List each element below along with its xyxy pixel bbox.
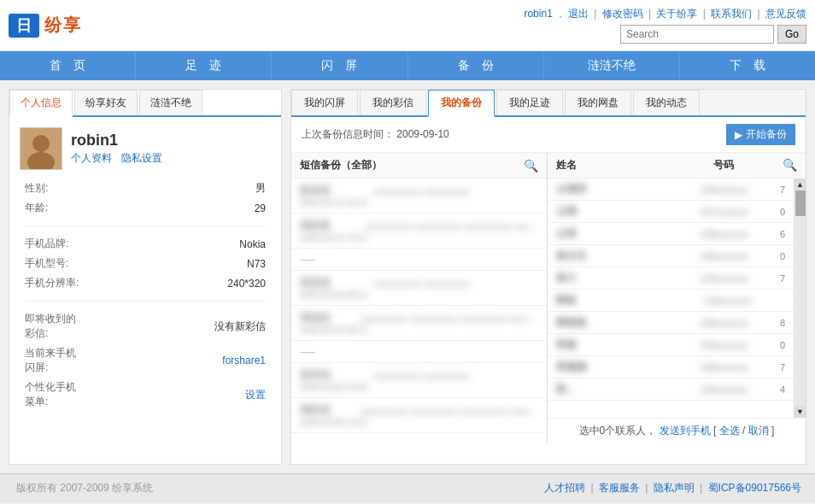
footer-link-privacy[interactable]: 隐私声明 <box>654 482 695 494</box>
contact-num: 159xxxxxxx <box>668 340 780 350</box>
nav-item-backup[interactable]: 备 份 <box>408 51 544 80</box>
list-item[interactable]: 邵某某 xxxxxxxxxx xxxxxxxxxx 2009-09-09 09:… <box>291 271 547 306</box>
left-tab-profile[interactable]: 个人信息 <box>9 90 73 117</box>
sms-title: 短信备份（全部） <box>300 158 382 173</box>
sms-sender: 我回复 <box>300 219 361 233</box>
contact-num: 138xxxxxxx <box>668 229 780 239</box>
list-item[interactable]: 云继帅 136xxxxxxx 7 <box>548 179 794 201</box>
list-item[interactable]: 我说的 xxxxxxxxxx xxxxxxxxxx xxxxxxxxxx xxx… <box>291 306 547 341</box>
nav-item-home[interactable]: 首 页 <box>0 51 136 80</box>
list-item[interactable]: 云维 138xxxxxxx 6 <box>548 223 794 245</box>
contact-num: 136xxxxxxx <box>668 384 780 395</box>
contact-name: 云继 <box>556 204 668 219</box>
profile-section: robin1 个人资料 隐私设置 性别: 男 年龄: 29 <box>9 117 281 422</box>
start-backup-button[interactable]: ▶ 开始备份 <box>726 124 795 145</box>
wallpaper-row: 当前来手机闪屏: forshare1 <box>20 343 271 378</box>
send-to-phone-link[interactable]: 发送到手机 <box>660 425 711 437</box>
nav-item-wallpaper[interactable]: 闪 屏 <box>272 51 408 80</box>
footer-link-icp[interactable]: 蜀ICP备09017566号 <box>708 482 801 494</box>
sep: | <box>645 482 650 494</box>
contacts-search-icon[interactable]: 🔍 <box>783 158 797 173</box>
sms-date: 2009-09-09 09:10 <box>300 290 538 300</box>
list-item: — <box>291 249 547 271</box>
privacy-link[interactable]: 隐私设置 <box>121 152 162 164</box>
sms-date: 2009-09-10 10:20 <box>300 198 538 208</box>
scroll-thumb[interactable] <box>795 190 806 216</box>
footer: 版权所有 2007-2009 纷享系统 人才招聘 | 客服服务 | 隐私声明 |… <box>0 473 815 502</box>
color-msg-label: 即将收到的彩信: <box>20 309 88 343</box>
list-item[interactable]: 春大 135xxxxxxx 7 <box>548 267 794 290</box>
wallpaper-label: 当前来手机闪屏: <box>20 343 88 378</box>
tab-my-netdisk[interactable]: 我的网盘 <box>565 90 631 115</box>
wallpaper-link[interactable]: forshare1 <box>222 355 266 366</box>
phone-res-row: 手机分辨率: 240*320 <box>20 273 271 293</box>
scroll-down-button[interactable]: ▼ <box>794 406 806 418</box>
list-item[interactable]: 陈某某 xxxxxxxxxx xxxxxxxxxx 2009-09-10 10:… <box>291 179 547 214</box>
sms-search-icon[interactable]: 🔍 <box>524 159 538 173</box>
sep-footer: / <box>742 425 748 437</box>
wallpaper-value: forshare1 <box>88 343 271 378</box>
nav-item-footprint[interactable]: 足 迹 <box>136 51 272 80</box>
contact-name: 陈... <box>556 382 668 396</box>
profile-links: 个人资料 隐私设置 <box>71 151 169 166</box>
nav-item-download[interactable]: 下 载 <box>680 51 815 80</box>
contact-name: 云继帅 <box>556 182 668 196</box>
footer-link-jobs[interactable]: 人才招聘 <box>544 482 585 494</box>
logo-text: 纷享 <box>44 14 82 37</box>
search-input[interactable] <box>620 25 774 44</box>
scroll-up-button[interactable]: ▲ <box>794 179 806 190</box>
cancel-selection-link[interactable]: 取消 <box>748 425 769 437</box>
list-item[interactable]: 我转发 xxxxxxxxxx xxxxxxxxxx xxxxxxxxxx xxx… <box>291 398 547 433</box>
nav-item-lian[interactable]: 涟涟不绝 <box>544 51 680 80</box>
left-tab-friends[interactable]: 纷享好友 <box>74 90 138 115</box>
list-item: — <box>291 433 547 443</box>
contacts-list: ▲ ▼ 云继帅 136xxxxxxx 7 云继 <box>548 179 806 418</box>
age-row: 年龄: 29 <box>20 198 271 218</box>
contacts-col-num: 号码 <box>668 158 780 173</box>
backup-time-label: 上次备份信息时间： <box>302 128 394 140</box>
right-tabs: 我的闪屏 我的彩信 我的备份 我的足迹 我的网盘 我的动态 <box>291 90 806 117</box>
list-item[interactable]: 云继 137xxxxxxx 0 <box>548 201 794 223</box>
list-item[interactable]: 陈... 136xxxxxxx 4 <box>548 378 794 401</box>
list-item[interactable]: 邵话话 xxxxxxxxxx xxxxxxxxxx 2009-09-08 14:… <box>291 363 547 398</box>
copyright-text: 版权所有 2007-2009 纷享系统 <box>16 481 153 495</box>
about-link[interactable]: 关于纷享 <box>656 8 697 20</box>
tab-my-mms[interactable]: 我的彩信 <box>360 90 426 115</box>
sms-section: 短信备份（全部） 🔍 陈某某 xxxxxxxxxx xxxxxxxxxx 200… <box>291 153 548 443</box>
profile-username: robin1 <box>71 132 169 149</box>
tab-my-footprint[interactable]: 我的足迹 <box>496 90 563 115</box>
list-item[interactable]: 舞狐狐 189xxxxxxx 8 <box>548 312 794 334</box>
username-link[interactable]: robin1 <box>524 8 552 20</box>
contact-num: 139xxxxxxx <box>668 251 780 261</box>
feedback-link[interactable]: 意见反馈 <box>765 8 806 20</box>
list-item[interactable]: 客服 159xxxxxxx 0 <box>548 334 794 356</box>
sms-preview: xxxxxxxxxx xxxxxxxxxx xxxxxxxxxx xxxxxxx… <box>361 406 538 416</box>
content: 个人信息 纷享好友 涟涟不绝 robin1 个人资料 隐私设置 <box>0 80 815 473</box>
list-item[interactable]: 客服服 158xxxxxxx 7 <box>548 356 794 378</box>
sms-list: 陈某某 xxxxxxxxxx xxxxxxxxxx 2009-09-10 10:… <box>291 179 547 443</box>
search-button[interactable]: Go <box>777 25 806 44</box>
backup-time: 上次备份信息时间： 2009-09-10 <box>302 127 449 142</box>
sms-sender: 邵话话 <box>300 368 368 383</box>
tab-my-activity[interactable]: 我的动态 <box>633 90 700 115</box>
backup-content: 短信备份（全部） 🔍 陈某某 xxxxxxxxxx xxxxxxxxxx 200… <box>291 153 806 443</box>
tab-my-wallpaper[interactable]: 我的闪屏 <box>291 90 358 115</box>
left-tab-lian[interactable]: 涟涟不绝 <box>139 90 202 115</box>
footer-link-service[interactable]: 客服服务 <box>599 482 640 494</box>
contact-count: 0 <box>780 340 785 350</box>
list-item[interactable]: 春水水 139xxxxxxx 0 <box>548 245 794 267</box>
list-item[interactable]: 我回复 xxxxxxxxxx xxxxxxxxxx xxxxxxxxxx xxx… <box>291 214 547 249</box>
list-item[interactable]: 舞狐 133xxxxxxx <box>548 290 794 312</box>
profile-link[interactable]: 个人资料 <box>71 152 112 164</box>
tab-my-backup[interactable]: 我的备份 <box>428 90 495 117</box>
select-all-link[interactable]: 全选 <box>719 425 740 437</box>
logout-link[interactable]: 退出 <box>568 8 589 20</box>
profile-header: robin1 个人资料 隐私设置 <box>20 127 271 170</box>
change-password-link[interactable]: 修改密码 <box>602 8 643 20</box>
contact-us-link[interactable]: 联系我们 <box>711 8 752 20</box>
backup-btn-label: 开始备份 <box>746 127 787 142</box>
contact-name: 春大 <box>556 271 668 285</box>
menu-settings-link[interactable]: 设置 <box>245 389 266 401</box>
sms-date: 2009-09-10 10:22 <box>300 233 538 243</box>
contact-name: 客服 <box>556 337 668 352</box>
